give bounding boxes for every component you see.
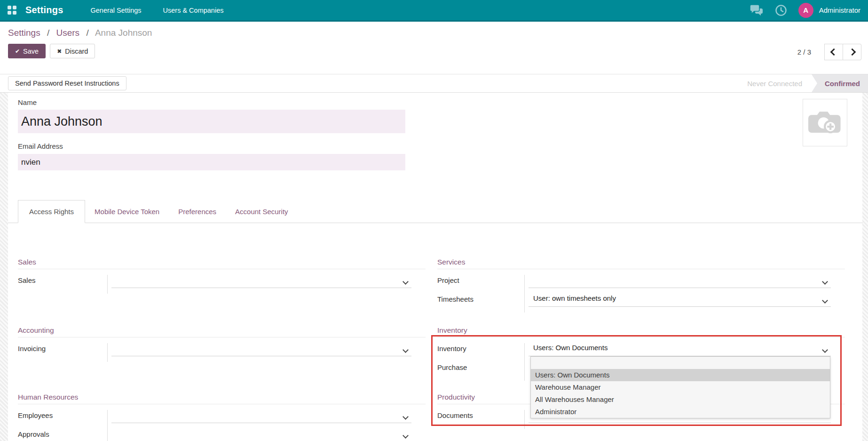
breadcrumb-separator: / (86, 28, 88, 38)
field-row: Sales (18, 275, 426, 294)
breadcrumb-separator: / (47, 28, 49, 38)
select-underline (529, 423, 831, 423)
approvals-select[interactable] (107, 429, 426, 441)
breadcrumb-current: Anna Johnson (95, 28, 152, 38)
save-button[interactable]: ✔ Save (8, 44, 46, 58)
tab-account-security[interactable]: Account Security (226, 200, 298, 223)
timesheets-select[interactable]: User: own timesheets only (524, 294, 845, 313)
chevron-down-icon (402, 414, 409, 420)
dropdown-option-all-warehouses-manager[interactable]: All Warehouses Manager (531, 393, 830, 406)
email-label: Email Address (18, 142, 63, 150)
save-label: Save (23, 48, 39, 55)
navbar-right: A Administrator (750, 3, 860, 18)
menu-users-companies[interactable]: Users & Companies (163, 7, 224, 14)
field-label-sales: Sales (18, 275, 107, 294)
pager-count: 2 / 3 (797, 48, 811, 56)
messages-icon[interactable] (750, 4, 764, 16)
field-row: Employees (18, 410, 426, 429)
app-name: Settings (25, 5, 63, 16)
chevron-right-icon (848, 48, 856, 56)
name-label: Name (18, 98, 37, 106)
section-title-sales: Sales (18, 258, 426, 269)
section-accounting: Accounting Invoicing (18, 326, 426, 362)
form-sheet: Name Anna Johnson Email Address nvien Ac… (0, 93, 868, 441)
section-title-inventory: Inventory (437, 326, 845, 337)
chevron-down-icon (402, 347, 409, 353)
pager-next-button[interactable] (843, 44, 861, 60)
user-avatar[interactable]: A (798, 3, 813, 18)
sales-select[interactable] (107, 275, 426, 294)
notebook-tabs: Access Rights Mobile Device Token Prefer… (8, 200, 863, 223)
chevron-down-icon (822, 297, 828, 304)
field-label-documents: Documents (437, 410, 524, 429)
menu-general-settings[interactable]: General Settings (91, 7, 142, 14)
breadcrumb-settings[interactable]: Settings (8, 28, 40, 38)
control-panel: Settings / Users / Anna Johnson ✔ Save ✖… (0, 22, 868, 74)
field-label-employees: Employees (18, 410, 107, 429)
form-buttons: ✔ Save ✖ Discard (8, 44, 95, 58)
top-navbar: Settings General Settings Users & Compan… (0, 0, 868, 22)
check-icon: ✔ (15, 48, 20, 55)
select-underline (111, 423, 411, 423)
x-icon: ✖ (57, 48, 62, 55)
section-title-human-resources: Human Resources (18, 393, 426, 404)
status-never-connected[interactable]: Never Connected (738, 74, 812, 92)
employees-select[interactable] (107, 410, 426, 429)
activities-clock-icon[interactable] (775, 4, 787, 16)
send-password-reset-button[interactable]: Send Password Reset Instructions (8, 76, 126, 90)
breadcrumb-users[interactable]: Users (56, 28, 80, 38)
pager-previous-button[interactable] (824, 44, 843, 60)
project-select[interactable] (524, 275, 845, 294)
tab-mobile-device-token[interactable]: Mobile Device Token (85, 200, 169, 223)
select-underline (111, 288, 411, 288)
section-title-accounting: Accounting (18, 326, 426, 337)
field-label-inventory: Inventory (437, 343, 524, 362)
status-confirmed[interactable]: Confirmed (812, 74, 868, 92)
dropdown-option-users-own-documents[interactable]: Users: Own Documents (531, 369, 830, 381)
field-row: Invoicing (18, 343, 426, 362)
select-underline (529, 306, 831, 307)
discard-button[interactable]: ✖ Discard (50, 44, 95, 58)
odoo-settings-user-form: Settings General Settings Users & Compan… (0, 0, 868, 441)
sheet-left-margin (0, 93, 8, 441)
breadcrumb: Settings / Users / Anna Johnson (8, 28, 152, 38)
select-value: User: own timesheets only (533, 294, 616, 302)
navbar-menu: General Settings Users & Companies (91, 7, 224, 14)
select-underline (529, 288, 831, 288)
invoicing-select[interactable] (107, 343, 426, 362)
statusbar: Send Password Reset Instructions Never C… (0, 74, 868, 93)
select-underline (111, 356, 411, 356)
dropdown-option-warehouse-manager[interactable]: Warehouse Manager (531, 381, 830, 393)
field-row: Approvals (18, 429, 426, 441)
chevron-left-icon (830, 48, 837, 56)
chevron-down-icon (402, 279, 409, 285)
field-row: Project (437, 275, 845, 294)
tab-access-rights[interactable]: Access Rights (18, 200, 85, 223)
status-states: Never Connected Confirmed (738, 74, 868, 92)
select-value: Users: Own Documents (533, 344, 608, 352)
tab-preferences[interactable]: Preferences (169, 200, 226, 223)
section-human-resources: Human Resources Employees Approvals (18, 393, 426, 441)
field-label-purchase: Purchase (437, 362, 524, 381)
field-label-project: Project (437, 275, 524, 294)
sheet-right-margin (862, 93, 868, 441)
name-input[interactable]: Anna Johnson (18, 110, 405, 133)
discard-label: Discard (65, 48, 88, 55)
chevron-down-icon (402, 433, 409, 439)
section-sales: Sales Sales (18, 258, 426, 294)
dropdown-option-administrator[interactable]: Administrator (531, 406, 830, 418)
section-title-services: Services (437, 258, 845, 269)
profile-image-placeholder[interactable] (803, 99, 847, 146)
chevron-down-icon (822, 279, 828, 285)
dropdown-option-blank[interactable] (531, 357, 830, 369)
user-name[interactable]: Administrator (819, 6, 860, 14)
chevron-down-icon (822, 347, 828, 353)
camera-plus-icon (808, 109, 842, 136)
section-services: Services Project Timesheets User: own ti… (437, 258, 845, 313)
record-pager: 2 / 3 (797, 44, 861, 60)
field-label-approvals: Approvals (18, 429, 107, 441)
inventory-dropdown-list: Users: Own Documents Warehouse Manager A… (530, 356, 830, 418)
apps-menu-icon[interactable] (8, 6, 16, 15)
field-row: Timesheets User: own timesheets only (437, 294, 845, 313)
email-input[interactable]: nvien (18, 154, 405, 170)
